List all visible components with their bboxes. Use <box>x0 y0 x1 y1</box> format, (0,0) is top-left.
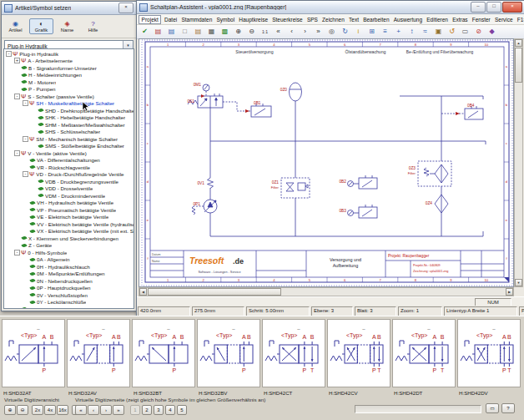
menu-text[interactable]: Text <box>346 16 360 23</box>
tree-item[interactable]: SHD - Drehknopfbetätigte Handschalter <box>4 107 134 114</box>
apply-icon[interactable]: ✔ <box>139 26 151 38</box>
digitizer-zoom-4x[interactable]: 4x <box>44 405 56 415</box>
tree-item[interactable]: -ΨSH - Muskelkraftbetätigte Schalter <box>4 100 134 108</box>
digitizer-zoom-in[interactable]: ⊕ <box>4 405 16 415</box>
tree-item[interactable]: 0Y - Leckölanschlüße <box>4 299 134 306</box>
digitizer-next[interactable]: › <box>100 405 112 415</box>
stop-icon[interactable]: ⊘ <box>472 26 485 38</box>
menu-auswertung[interactable]: Auswertung <box>391 16 425 23</box>
tree-expander[interactable]: - <box>23 136 28 142</box>
new-document-icon[interactable]: □ <box>179 26 191 38</box>
first-page-icon[interactable]: « <box>272 26 285 38</box>
tree-item[interactable]: VX - Elektrisch betätigte Ventile (mit e… <box>4 228 134 235</box>
tree-item[interactable]: VA - Differentialschaltungen <box>4 157 134 164</box>
tree-item[interactable]: 0P - Hauptdruckquellen <box>4 285 134 292</box>
next-page-icon[interactable]: › <box>299 26 311 38</box>
last-page-icon[interactable]: » <box>312 26 325 38</box>
refresh-icon[interactable]: ↻ <box>339 26 351 38</box>
tree-item[interactable]: -ΨVD - Druck-/Durchflußregelnde Ventile <box>4 171 134 179</box>
tree-item[interactable]: SHM - Meßtaster/Meßwahlschalter <box>4 121 134 129</box>
tree-item[interactable]: 0V - Verschlußstopfen <box>4 291 134 299</box>
tree-item[interactable]: SMS - Stößelbetätigte Endschalter <box>4 143 134 150</box>
prev-page-icon[interactable]: ‹ <box>285 26 298 38</box>
grid-icon[interactable]: ▩ <box>219 26 231 38</box>
zoom-1to1-icon[interactable]: 1:1 <box>259 26 271 38</box>
tree-item[interactable]: H - Meldeeinrichtungen <box>4 72 134 79</box>
info-icon[interactable]: i <box>352 26 365 38</box>
tree-item[interactable]: 0N - Nebendruckquellen <box>4 277 134 285</box>
tree-item[interactable]: 0M - Meßpunkte/Entlüftungen <box>4 271 134 278</box>
tree-item[interactable]: VDD - Drosselventile <box>4 185 134 193</box>
tree-expander[interactable]: + <box>14 58 20 63</box>
zoom-out-icon[interactable]: ⊖ <box>245 26 258 38</box>
close-icon[interactable]: × <box>118 3 134 13</box>
open-document-icon[interactable]: ▤ <box>192 26 204 38</box>
toolbar-button-artikel[interactable]: ◉Artikel <box>3 18 28 34</box>
symbol-thumbnail[interactable]: <Typ>–ABP <box>197 319 260 387</box>
digitizer-page-5[interactable]: 5 <box>177 405 187 415</box>
digitizer-zoom-out[interactable]: ⊖ <box>17 405 28 415</box>
menu-service[interactable]: Service <box>492 16 515 23</box>
horizontal-scrollbar[interactable]: ◀ ▶ <box>139 287 514 296</box>
digitizer-zoom-2x[interactable]: 2x <box>32 405 43 415</box>
menu-f1-hilfe[interactable]: F1=Hilfe <box>515 16 524 23</box>
tree-item[interactable]: +ΨA - Arbeitselemente <box>4 58 134 65</box>
tree-item[interactable]: B - Signalumformer-Umsetzer <box>4 64 134 72</box>
tree-expander[interactable]: - <box>6 51 12 57</box>
folders-icon[interactable]: ▤ <box>165 26 178 38</box>
tree-item[interactable]: VR - Rückschlagventile <box>4 164 134 171</box>
digitizer-first[interactable]: « <box>75 405 87 415</box>
curve-icon[interactable]: ≈ <box>419 26 431 38</box>
tree-item[interactable]: 0H - Hydraulikschlauch <box>4 263 134 271</box>
tree-item[interactable]: SHS - Schlüsselschalter <box>4 129 134 136</box>
menu-stammdaten[interactable]: Stammdaten <box>179 16 214 23</box>
digitizer-page-2[interactable]: 2 <box>142 405 152 415</box>
menu-hauptkreise[interactable]: Hauptkreise <box>237 16 270 23</box>
symbol-thumbnail[interactable]: <Typ>–ABP <box>2 319 65 387</box>
tree-item[interactable]: -ΨS - Schalter (passive Ventile) <box>4 93 134 100</box>
menu-fenster[interactable]: Fenster <box>470 16 492 23</box>
scrollbar-thumb[interactable] <box>148 288 281 296</box>
symbol-window-button[interactable]: ▭ <box>486 403 499 413</box>
tree-item[interactable]: -ΨV - Ventile (aktive Ventile) <box>4 149 134 157</box>
tree-item[interactable]: VDM - Druckminderventile <box>4 192 134 200</box>
scrollbar-thumb[interactable] <box>515 48 522 83</box>
line-style-icon[interactable]: ≡ <box>379 26 391 38</box>
find-icon[interactable]: ◎ <box>325 26 338 38</box>
crosshair-icon[interactable]: + <box>392 26 405 38</box>
close-icon[interactable]: × <box>502 2 522 13</box>
vertical-scrollbar[interactable]: ▲ ▼ <box>514 38 523 287</box>
menu-extras[interactable]: Extras <box>451 16 471 23</box>
digitizer-page-4[interactable]: 4 <box>165 405 175 415</box>
drawing-canvas[interactable]: 1122334455667788991010aabbccddeeff Steue… <box>139 38 514 287</box>
digitizer-prev[interactable]: ‹ <box>88 405 99 415</box>
scroll-right-icon[interactable]: ▶ <box>506 288 513 296</box>
maximize-icon[interactable]: □ <box>486 2 501 13</box>
project-folder-icon[interactable]: ▤ <box>152 26 164 38</box>
symbol-thumbnail[interactable]: <Typ>–ABPT <box>262 319 325 387</box>
tree-item[interactable]: -ΨPlug-in Hydraulik <box>4 50 134 58</box>
scroll-up-icon[interactable]: ▲ <box>515 39 522 47</box>
tree-item[interactable]: VH - Hydraulisch betätigte Ventile <box>4 200 134 207</box>
help-key-button[interactable]: ? <box>501 403 515 413</box>
tree-expander[interactable]: - <box>14 94 20 99</box>
toolbar-button-name[interactable]: ◈Name <box>55 18 79 34</box>
symbol-tree[interactable]: -ΨPlug-in Hydraulik+ΨA - Arbeitselemente… <box>3 48 134 309</box>
main-window-titlebar[interactable]: Schaltplan-Assistent - vpla0001.zng [Rau… <box>137 1 524 14</box>
scroll-left-icon[interactable]: ◀ <box>139 288 147 296</box>
toolbar-button-hilfe[interactable]: ?Hilfe <box>81 18 105 34</box>
tree-item[interactable]: M - Motoren <box>4 78 134 86</box>
menu-editieren[interactable]: Editieren <box>425 16 451 23</box>
move-icon[interactable]: ↕ <box>406 26 418 38</box>
menu-datei[interactable]: Datei <box>162 16 179 23</box>
zoom-in-icon[interactable]: ⊕ <box>232 26 244 38</box>
tree-item[interactable]: Z - Geräte <box>4 242 134 250</box>
menu-steuerkreise[interactable]: Steuerkreise <box>270 16 305 23</box>
table-icon[interactable]: ⊞ <box>365 26 378 38</box>
symbol-thumbnail[interactable]: <Typ>–ABP <box>132 319 195 387</box>
eraser-icon[interactable]: ◆ <box>486 26 498 38</box>
tree-item[interactable]: -ΨSM - Mechanisch betätigte Schalter <box>4 135 134 143</box>
tree-item[interactable]: VP - Pneumatisch betätigte Ventile <box>4 206 134 214</box>
tree-item[interactable]: X - Klemmen und Steckerverbindungen <box>4 235 134 242</box>
menu-symbol[interactable]: Symbol <box>214 16 237 23</box>
